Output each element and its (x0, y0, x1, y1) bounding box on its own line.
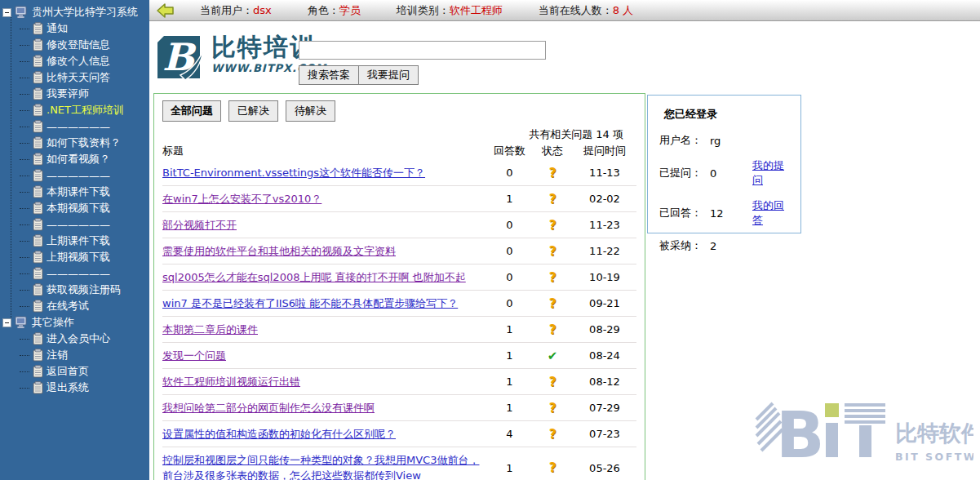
answer-count: 1 (487, 323, 532, 336)
question-link[interactable]: 控制层和视图层之间只能传一种类型的对象？我想用MVC3做前台，前台涉及很多张表的… (162, 454, 479, 480)
tree-collapse-icon[interactable] (2, 8, 11, 17)
sidebar-item-label[interactable]: 本期视频下载 (47, 201, 110, 216)
answer-count: 0 (487, 245, 532, 257)
question-link[interactable]: 本期第二章后的课件 (162, 323, 258, 336)
tab-solved[interactable]: 已解决 (228, 100, 278, 122)
question-link[interactable]: 发现一个问题 (162, 349, 226, 362)
my-answers-link[interactable]: 我的回答 (752, 198, 791, 228)
sidebar-item-label[interactable]: 比特天天问答 (47, 70, 110, 85)
tree-root-label[interactable]: 贵州大学比特学习系统 (32, 5, 138, 20)
asked-label: 已提问： (659, 166, 710, 180)
sidebar-root-19[interactable]: 其它操作 (0, 314, 149, 331)
sidebar-item-21[interactable]: 注销 (0, 347, 149, 363)
notepad-icon (33, 332, 43, 345)
sidebar-item-label[interactable]: 通知 (47, 21, 68, 36)
question-link[interactable]: 在win7上怎么安装不了vs2010？ (162, 193, 321, 205)
question-mark-icon: ? (532, 192, 573, 207)
notepad-icon (33, 365, 43, 378)
sidebar-item-label[interactable]: 在线考试 (47, 299, 89, 313)
sidebar-item-2[interactable]: 修改登陆信息 (0, 37, 149, 53)
tree-branch-line (20, 176, 29, 176)
sidebar-root-0[interactable]: 贵州大学比特学习系统 (0, 4, 149, 20)
tree-branch-line (20, 110, 29, 111)
answer-count: 0 (487, 219, 532, 231)
question-link[interactable]: 我想问哈第二部分的网页制作怎么没有课件啊 (162, 402, 375, 414)
sidebar-item-17[interactable]: 获取视频注册码 (0, 282, 149, 298)
sidebar-item-label[interactable]: 修改个人信息 (47, 54, 110, 69)
tree-root-label[interactable]: 其它操作 (32, 315, 74, 330)
question-tabs: 全部问题 已解决 待解决 (162, 100, 636, 122)
sidebar-item-label[interactable]: 我要评师 (47, 87, 89, 101)
answer-count: 0 (487, 297, 532, 309)
question-link[interactable]: win7 是不是已经装有了IIS6啦 能不能不具体配置步骤给写下？ (162, 297, 458, 309)
sidebar-item-10[interactable]: —————— (0, 167, 149, 184)
search-answers-button[interactable]: 搜索答案 (299, 65, 359, 85)
question-link[interactable]: sql2005怎么才能在sql2008上用呢 直接的打不开啊 也附加不起 (162, 271, 466, 283)
sidebar-item-label[interactable]: 注销 (47, 348, 68, 362)
online-count-label: 当前在线人数： (539, 4, 613, 16)
search-input[interactable] (299, 41, 546, 60)
sidebar-item-label[interactable]: 返回首页 (47, 364, 89, 379)
sidebar-item-label[interactable]: 上期课件下载 (47, 233, 110, 248)
topbar: 当前用户：dsx 角色：学员 培训类别：软件工程师 当前在线人数：8 人 (149, 0, 980, 21)
sidebar-item-label[interactable]: —————— (47, 170, 110, 182)
sidebar-item-label[interactable]: 如何下载资料？ (47, 136, 121, 150)
sidebar-item-7[interactable]: —————— (0, 118, 149, 135)
sidebar-item-9[interactable]: 如何看视频？ (0, 151, 149, 167)
sidebar-item-label[interactable]: 退出系统 (47, 380, 89, 395)
sidebar-item-18[interactable]: 在线考试 (0, 298, 149, 314)
question-link[interactable]: 部分视频打不开 (162, 219, 237, 231)
sidebar-item-8[interactable]: 如何下载资料？ (0, 135, 149, 151)
sidebar-item-4[interactable]: 比特天天问答 (0, 69, 149, 86)
my-questions-link[interactable]: 我的提问 (752, 158, 791, 188)
sidebar-item-14[interactable]: 上期课件下载 (0, 233, 149, 249)
sidebar-item-1[interactable]: 通知 (0, 20, 149, 37)
question-link[interactable]: 需要使用的软件平台和其他相关的视频及文字资料 (162, 245, 396, 257)
header-answers: 回答数 (487, 144, 532, 158)
notepad-icon (33, 38, 43, 51)
notepad-icon (33, 169, 43, 182)
sidebar-item-label[interactable]: —————— (47, 268, 110, 280)
questions-total: 共有相关问题 14 项 (162, 127, 636, 142)
sidebar-item-label[interactable]: 修改登陆信息 (47, 38, 110, 52)
tree-branch-line (20, 290, 29, 291)
question-link[interactable]: 设置属性的值和构造函数的初始化有什么区别呢？ (162, 428, 396, 440)
sidebar-item-label[interactable]: .NET工程师培训 (47, 103, 124, 118)
question-link[interactable]: 软件工程师培训视频运行出错 (162, 376, 300, 388)
sidebar-item-13[interactable]: —————— (0, 216, 149, 233)
sidebar-item-11[interactable]: 本期课件下载 (0, 184, 149, 200)
sidebar-item-label[interactable]: 如何看视频？ (47, 152, 110, 167)
answered-row: 已回答： 12 我的回答 (659, 198, 791, 228)
tree-branch-line (20, 192, 29, 193)
question-link[interactable]: BitTC-Environment.vssettings这个软件能否传一下？ (162, 167, 425, 179)
sidebar-item-16[interactable]: —————— (0, 265, 149, 282)
sidebar-item-22[interactable]: 返回首页 (0, 363, 149, 380)
question-mark-icon: ? (532, 270, 573, 285)
current-user-label: 当前用户： (200, 4, 253, 16)
tab-unsolved[interactable]: 待解决 (286, 100, 335, 122)
online-count-value: 8 人 (613, 4, 633, 16)
sidebar-item-15[interactable]: 上期视频下载 (0, 249, 149, 265)
sidebar-item-label[interactable]: 本期课件下载 (47, 184, 110, 199)
sidebar-item-label[interactable]: 获取视频注册码 (47, 282, 121, 297)
tab-all-questions[interactable]: 全部问题 (162, 100, 221, 122)
sidebar-item-3[interactable]: 修改个人信息 (0, 53, 149, 69)
question-title-cell: 发现一个问题 (162, 348, 487, 363)
ask-question-button[interactable]: 我要提问 (358, 65, 419, 85)
tree-branch-line (20, 371, 29, 372)
sidebar-item-label[interactable]: —————— (47, 121, 110, 133)
sidebar-item-label[interactable]: 进入会员中心 (47, 331, 110, 346)
sidebar-item-5[interactable]: 我要评师 (0, 86, 149, 102)
sidebar-item-label[interactable]: —————— (47, 219, 110, 231)
svg-text:B: B (776, 398, 824, 472)
sidebar-item-20[interactable]: 进入会员中心 (0, 331, 149, 347)
sidebar-item-12[interactable]: 本期视频下载 (0, 200, 149, 216)
back-arrow-icon[interactable] (156, 2, 175, 19)
tree-branch-line (20, 94, 29, 95)
asked-row: 已提问： 0 我的提问 (659, 158, 791, 188)
tree-collapse-icon[interactable] (2, 318, 11, 327)
sidebar-item-23[interactable]: 退出系统 (0, 380, 149, 396)
answer-count: 4 (487, 428, 532, 440)
sidebar-item-label[interactable]: 上期视频下载 (47, 250, 110, 264)
sidebar-item-6[interactable]: .NET工程师培训 (0, 102, 149, 118)
